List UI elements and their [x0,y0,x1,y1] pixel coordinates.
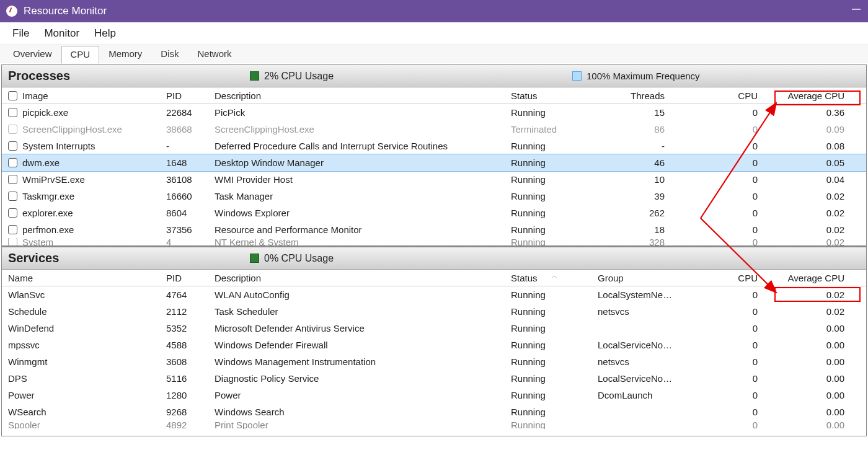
service-row[interactable]: Winmgmt3608Windows Management Instrument… [2,353,866,370]
service-name: mpssvc [8,340,166,350]
menu-monitor[interactable]: Monitor [37,25,87,42]
process-row[interactable]: System4NT Kernel & SystemRunning32800.02 [2,238,866,245]
service-pid: 4588 [166,340,215,350]
col-name[interactable]: Name [8,273,166,283]
col-avg-cpu[interactable]: Average CPU [771,273,858,283]
process-cpu: 0 [678,124,771,135]
service-pid: 4764 [166,289,215,300]
row-checkbox[interactable] [8,238,17,245]
col-status[interactable]: ︿ Status [511,273,598,283]
process-cpu: 0 [678,107,771,118]
services-cpu-label: 0% CPU Usage [264,253,334,264]
process-threads: 328 [598,238,678,245]
process-pid: 8604 [166,208,215,218]
frequency-label: 100% Maximum Frequency [587,71,700,81]
title-bar: Resource Monitor [0,0,868,22]
col-status[interactable]: Status [511,91,598,101]
process-pid: 36108 [166,174,215,185]
services-column-headers: Name PID Description ︿ Status Group CPU … [2,270,866,286]
service-status: Running [511,289,598,300]
service-status: Running [511,340,598,350]
row-checkbox[interactable] [8,175,17,184]
services-header[interactable]: Services 0% CPU Usage [2,247,866,270]
process-threads: 15 [598,107,678,118]
process-status: Running [511,208,598,218]
process-status: Running [511,157,598,168]
app-icon [6,6,17,17]
service-row[interactable]: Power1280PowerRunningDcomLaunch00.00 [2,387,866,404]
service-avg-cpu: 0.00 [771,373,858,384]
process-row[interactable]: ScreenClippingHost.exe38668ScreenClippin… [2,121,866,138]
menu-file[interactable]: File [5,25,37,42]
process-row[interactable]: perfmon.exe37356Resource and Performance… [2,221,866,238]
process-avg-cpu: 0.36 [771,107,858,118]
row-checkbox[interactable] [8,158,17,167]
service-avg-cpu: 0.00 [771,340,858,350]
process-row[interactable]: dwm.exe1648Desktop Window ManagerRunning… [2,154,866,171]
service-avg-cpu: 0.00 [771,390,858,400]
row-checkbox[interactable] [8,108,17,117]
services-cpu-usage: 0% CPU Usage [250,253,334,264]
process-row[interactable]: Taskmgr.exe16660Task ManagerRunning3900.… [2,188,866,205]
service-row[interactable]: Spooler4892Print SpoolerRunning00.00 [2,420,866,429]
col-description[interactable]: Description [215,91,511,101]
process-row[interactable]: explorer.exe8604Windows ExplorerRunning2… [2,205,866,221]
process-pid: 4 [166,238,215,245]
col-pid[interactable]: PID [166,91,215,101]
service-cpu: 0 [678,356,771,367]
process-avg-cpu: 0.02 [771,191,858,201]
process-threads: - [598,141,678,151]
process-row[interactable]: WmiPrvSE.exe36108WMI Provider HostRunnin… [2,171,866,188]
select-all-checkbox[interactable] [8,91,17,100]
tab-memory[interactable]: Memory [99,45,151,63]
process-cpu: 0 [678,238,771,245]
tab-cpu[interactable]: CPU [61,46,100,64]
service-row[interactable]: mpssvc4588Windows Defender FirewallRunni… [2,337,866,353]
service-pid: 5352 [166,323,215,333]
tab-disk[interactable]: Disk [151,45,188,63]
processes-header[interactable]: Processes 2% CPU Usage 100% Maximum Freq… [2,65,866,87]
service-pid: 5116 [166,373,215,384]
menu-help[interactable]: Help [87,25,123,42]
row-checkbox[interactable] [8,125,17,134]
col-image[interactable]: Image [22,91,48,101]
col-avg-cpu[interactable]: Average CPU [771,91,858,101]
service-description: WLAN AutoConfig [215,289,511,300]
col-cpu[interactable]: CPU [678,91,771,101]
process-avg-cpu: 0.02 [771,238,858,245]
row-checkbox[interactable] [8,192,17,201]
col-cpu[interactable]: CPU [678,273,771,283]
col-description[interactable]: Description [215,273,511,283]
service-row[interactable]: WinDefend5352Microsoft Defender Antiviru… [2,320,866,337]
col-threads[interactable]: Threads [598,91,678,101]
process-image: dwm.exe [22,157,60,168]
tab-network[interactable]: Network [188,45,241,63]
row-checkbox[interactable] [8,141,17,151]
menu-bar: File Monitor Help [0,22,868,45]
service-description: Windows Management Instrumentation [215,356,511,367]
service-avg-cpu: 0.00 [771,356,858,367]
service-row[interactable]: Schedule2112Task SchedulerRunningnetsvcs… [2,303,866,320]
service-row[interactable]: WSearch9268Windows SearchRunning00.00 [2,404,866,420]
service-status: Running [511,407,598,417]
service-description: Task Scheduler [215,306,511,317]
process-pid: 22684 [166,107,215,118]
process-row[interactable]: System Interrupts-Deferred Procedure Cal… [2,138,866,154]
service-row[interactable]: DPS5116Diagnostic Policy ServiceRunningL… [2,370,866,387]
service-group: LocalServiceNo… [598,340,678,350]
service-name: Schedule [8,306,166,317]
service-name: Spooler [8,420,166,429]
process-description: Task Manager [215,191,511,201]
col-group[interactable]: Group [598,273,678,283]
service-avg-cpu: 0.00 [771,407,858,417]
minimize-button[interactable] [852,9,861,10]
col-pid[interactable]: PID [166,273,215,283]
service-avg-cpu: 0.00 [771,323,858,333]
row-checkbox[interactable] [8,208,17,218]
service-description: Windows Search [215,407,511,417]
process-row[interactable]: picpick.exe22684PicPickRunning1500.36 [2,104,866,121]
row-checkbox[interactable] [8,225,17,234]
service-row[interactable]: WlanSvc4764WLAN AutoConfigRunningLocalSy… [2,286,866,303]
tab-overview[interactable]: Overview [4,45,61,63]
service-description: Microsoft Defender Antivirus Service [215,323,511,333]
